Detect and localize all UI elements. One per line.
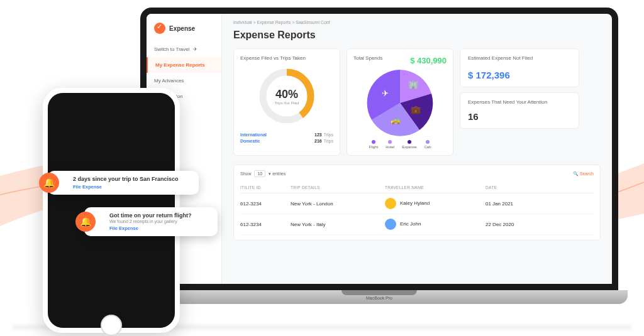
paper-plane-icon: ✈ [193, 46, 197, 52]
notification-card[interactable]: 🔔 2 days since your trip to San Francisc… [48, 171, 199, 195]
app-logo[interactable]: Expense [147, 20, 221, 41]
card2-title: Total Spends [353, 55, 382, 61]
switch-to-travel[interactable]: Switch to Travel ✈ [147, 41, 221, 57]
th-trip: TRIP DETAILS [291, 185, 385, 190]
laptop-frame: Expense Switch to Travel ✈ My Expense Re… [131, 8, 628, 315]
table-row[interactable]: 612-3234 New York - Italy Eric John 22 D… [240, 214, 594, 235]
sidebar-item-my-advances[interactable]: My Advances [147, 73, 221, 89]
estimated-value: $ 172,396 [468, 70, 571, 80]
card1-title: Expense Filed vs Trips Taken [240, 55, 333, 61]
logo-icon [154, 23, 165, 34]
card-estimated-not-filed: Estimated Expense Not Filed $ 172,396 [460, 48, 579, 87]
hotel-icon: 🏢 [408, 80, 418, 89]
total-amount: $ 430,990 [410, 56, 447, 65]
main-content: Individual > Expense Reports > SaaSInsum… [222, 14, 612, 284]
card-filed-vs-trips: Expense Filed vs Trips Taken 40% Trips N… [233, 48, 340, 156]
attention-count: 16 [468, 111, 571, 122]
th-id: ITILITE ID [240, 185, 291, 190]
file-expense-link[interactable]: File Expense [73, 184, 192, 190]
notification-card[interactable]: 🔔 Got time on your return flight? We fou… [84, 207, 218, 236]
card-total-spends: Total Spends $ 430,990 ✈ 🏢 💼 [347, 48, 453, 156]
cab-icon: 🚕 [391, 115, 401, 124]
avatar [385, 219, 396, 230]
pie-chart: ✈ 🏢 💼 🚕 [367, 70, 433, 136]
breadcrumb[interactable]: Individual > Expense Reports > SaaSInsum… [233, 20, 601, 24]
page-title: Expense Reports [233, 30, 601, 41]
bell-icon: 🔔 [39, 173, 59, 193]
search-link[interactable]: 🔍 Search [573, 171, 594, 176]
donut-label: Trips Not Filed [275, 101, 299, 105]
laptop-label: MacBook Pro [366, 296, 392, 300]
th-name: TRAVELLER NAME [385, 185, 486, 190]
bell-icon: 🔔 [75, 212, 96, 232]
flight-icon: ✈ [382, 89, 389, 98]
file-expense-link[interactable]: File Expense [109, 225, 211, 231]
th-date: DATE [486, 185, 594, 190]
home-button[interactable] [101, 315, 122, 336]
entries-dropdown-icon[interactable]: ▾ [269, 171, 271, 176]
expense-table: Show 10 ▾ entries 🔍 Search ITILITE ID TR… [233, 165, 601, 241]
donut-percent: 40% [275, 88, 298, 101]
brand-name: Expense [169, 25, 195, 32]
donut-chart: 40% Trips Not Filed [257, 66, 317, 126]
avatar [385, 198, 396, 209]
sidebar-item-my-expense-reports[interactable]: My Expense Reports [147, 57, 221, 73]
expense-icon: 💼 [411, 105, 421, 114]
card-need-attention: Expenses That Need Your Attention 16 [460, 92, 579, 129]
pie-legend: Flight Hotel Expense Cab [353, 140, 447, 149]
entries-select[interactable]: 10 [254, 170, 265, 177]
table-row[interactable]: 612-3234 New York - London Kaley Hyland … [240, 193, 594, 214]
